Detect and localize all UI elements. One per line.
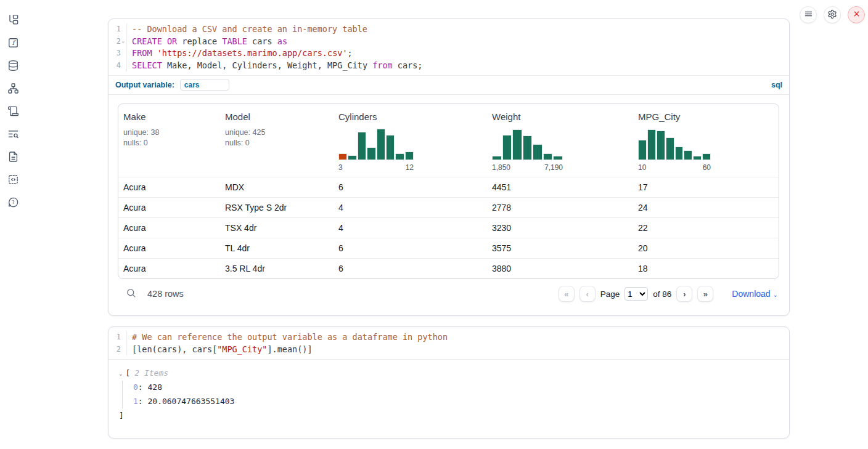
shutdown-button[interactable] <box>848 6 865 23</box>
search-button[interactable] <box>126 288 136 301</box>
tree-entry: 1: 20.060747663551403 <box>133 395 779 409</box>
collapse-chevron-icon[interactable]: ⌄ <box>119 367 122 379</box>
table-row: AcuraMDX6445117 <box>118 177 779 197</box>
histogram-bar <box>543 153 553 160</box>
axis-min-label: 1,850 <box>492 163 510 172</box>
table-cell: 4451 <box>487 182 633 192</box>
line-number: 1 <box>108 331 127 344</box>
histogram-axis: 312 <box>338 163 414 172</box>
fold-chevron-icon[interactable]: ⌄ <box>121 38 125 44</box>
menu-button[interactable] <box>800 6 817 23</box>
open-bracket: [ <box>125 367 130 379</box>
download-button[interactable]: Download ⌄ <box>732 289 778 299</box>
table-cell: 3880 <box>487 264 633 273</box>
histogram-bar <box>675 147 684 160</box>
snippets-icon[interactable] <box>7 173 19 185</box>
language-badge: sql <box>771 81 782 89</box>
tree-entry: 0: 428 <box>133 381 779 395</box>
histogram[interactable] <box>338 127 414 160</box>
menu-icon <box>804 9 813 20</box>
histogram-bar <box>647 129 656 160</box>
python-code-editor[interactable]: 1# We can reference the output variable … <box>108 327 789 360</box>
histogram-bar <box>693 156 702 160</box>
table-body: AcuraMDX6445117AcuraRSX Type S 2dr427782… <box>118 177 779 278</box>
first-page-button[interactable]: « <box>559 286 575 302</box>
axis-min-label: 3 <box>338 163 343 172</box>
column-name: MPG_City <box>638 111 774 122</box>
column-name: Model <box>225 111 329 122</box>
histogram-bar <box>386 135 395 160</box>
column-header-weight[interactable]: Weight 1,8507,190 <box>487 104 633 177</box>
histogram-bar <box>512 129 522 160</box>
documentation-icon[interactable] <box>7 150 19 163</box>
notebook: 1-- Download a CSV and create an in-memo… <box>108 18 790 439</box>
table-cell: Acura <box>118 223 220 233</box>
histogram-bar <box>405 152 414 160</box>
table-row: AcuraTSX 4dr4323022 <box>118 217 779 238</box>
table-header: Make unique: 38 nulls: 0 Model unique: 4… <box>118 104 779 177</box>
sql-cell-output: Make unique: 38 nulls: 0 Model unique: 4… <box>108 95 789 315</box>
last-page-button[interactable]: » <box>697 286 713 302</box>
axis-max-label: 12 <box>406 163 414 172</box>
table-cell: Acura <box>118 182 220 192</box>
histogram-bar <box>367 147 375 160</box>
dependencies-icon[interactable] <box>7 82 19 94</box>
table-cell: 3.5 RL 4dr <box>220 264 334 273</box>
prev-page-button[interactable]: ‹ <box>579 286 596 302</box>
axis-max-label: 7,190 <box>544 163 563 172</box>
table-cell: 20 <box>633 243 779 253</box>
help-chat-icon[interactable]: ? <box>7 196 19 208</box>
file-tree-icon[interactable] <box>7 14 19 26</box>
column-header-make[interactable]: Make unique: 38 nulls: 0 <box>118 104 220 177</box>
table-cell: 4 <box>334 223 487 233</box>
table-cell: 3230 <box>487 223 633 233</box>
table-row: AcuraRSX Type S 2dr4277824 <box>118 197 779 217</box>
column-header-cylinders[interactable]: Cylinders 312 <box>334 104 487 177</box>
histogram-bar <box>553 156 563 160</box>
histogram[interactable] <box>638 127 711 160</box>
gear-icon <box>827 9 837 21</box>
sql-cell: 1-- Download a CSV and create an in-memo… <box>108 18 790 316</box>
svg-text:f: f <box>12 39 16 46</box>
table-cell: 2778 <box>487 203 633 212</box>
entry-value: 20.060747663551403 <box>147 397 234 406</box>
python-cell-output: ⌄ [ 2 Items 0: 4281: 20.060747663551403 … <box>108 360 789 438</box>
histogram-bar <box>533 144 542 161</box>
python-cell: 1# We can reference the output variable … <box>108 326 790 439</box>
logs-icon[interactable] <box>7 105 19 117</box>
tree-root: ⌄ [ 2 Items <box>119 367 779 379</box>
table-cell: Acura <box>118 264 220 273</box>
page-select[interactable]: 1 <box>624 287 648 301</box>
column-header-model[interactable]: Model unique: 425 nulls: 0 <box>220 104 334 177</box>
table-cell: 4 <box>334 203 487 212</box>
page-label: Page <box>600 289 620 299</box>
datasources-icon[interactable] <box>7 59 19 71</box>
sql-code-editor[interactable]: 1-- Download a CSV and create an in-memo… <box>108 19 789 75</box>
close-bracket: ] <box>119 410 779 422</box>
tree-entries: 0: 4281: 20.060747663551403 <box>122 381 779 408</box>
histogram-bar <box>666 137 674 160</box>
axis-min-label: 10 <box>638 163 646 172</box>
histogram-bar <box>377 129 385 160</box>
pagination: « ‹ Page 1 of 86 › » Download ⌄ <box>559 286 778 302</box>
histogram-bar <box>358 132 366 160</box>
table-cell: TSX 4dr <box>220 223 334 233</box>
column-stats: unique: 425 nulls: 0 <box>225 127 329 148</box>
table-cell: 17 <box>633 182 779 192</box>
settings-button[interactable] <box>824 6 841 23</box>
column-name: Make <box>123 111 215 122</box>
search-logs-icon[interactable] <box>7 127 19 140</box>
variables-icon[interactable]: f <box>7 36 19 49</box>
line-number: 1 <box>108 23 127 36</box>
output-variable-input[interactable] <box>180 79 229 91</box>
table-cell: 3575 <box>487 243 633 253</box>
table-cell: 6 <box>334 182 487 192</box>
column-name: Cylinders <box>338 111 482 122</box>
entry-key: 1 <box>133 397 138 406</box>
entry-key: 0 <box>133 382 138 392</box>
histogram[interactable] <box>492 127 563 160</box>
column-header-mpg-city[interactable]: MPG_City 1060 <box>633 104 779 177</box>
next-page-button[interactable]: › <box>676 286 692 302</box>
line-number: 2 <box>108 344 127 356</box>
output-variable-label: Output variable: <box>115 81 174 89</box>
